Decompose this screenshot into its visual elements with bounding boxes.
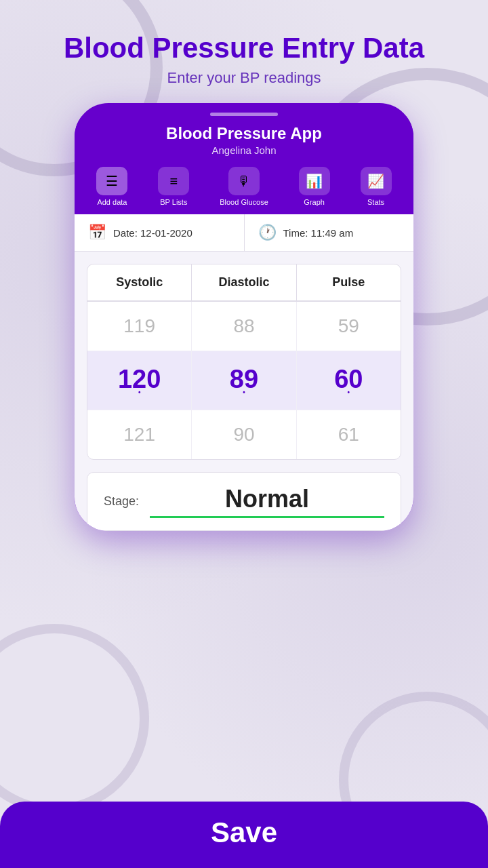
picker-row-prev[interactable]: 119 88 59 — [87, 302, 401, 351]
nav-item-stats[interactable]: 📈 Stats — [361, 167, 392, 206]
diastolic-active: 89 — [192, 351, 296, 410]
nav-item-blood-glucose[interactable]: 🎙 Blood Glucose — [220, 167, 268, 206]
stage-label: Stage: — [104, 494, 139, 509]
bottom-nav: ☰ Add data ≡ BP Lists 🎙 Blood Glucose 📊 … — [75, 160, 413, 214]
col-header-systolic: Systolic — [87, 264, 192, 300]
calendar-icon: 📅 — [88, 224, 106, 241]
nav-item-add-data[interactable]: ☰ Add data — [96, 167, 127, 206]
picker-row-active[interactable]: 120 89 60 — [87, 351, 401, 410]
nav-label-bp-lists: BP Lists — [160, 198, 187, 206]
picker-table[interactable]: Systolic Diastolic Pulse 119 88 59 120 8… — [87, 264, 401, 460]
nav-item-graph[interactable]: 📊 Graph — [299, 167, 330, 206]
add-data-icon: ☰ — [96, 167, 127, 195]
page-subtitle: Enter your BP readings — [167, 69, 321, 87]
datetime-row: 📅 Date: 12-01-2020 🕐 Time: 11:49 am — [75, 214, 413, 252]
clock-icon: 🕐 — [258, 224, 277, 241]
stage-value: Normal — [150, 485, 384, 518]
nav-item-bp-lists[interactable]: ≡ BP Lists — [158, 167, 189, 206]
phone-shell: Blood Pressure App Angelina John ☰ Add d… — [75, 103, 413, 531]
systolic-active: 120 — [87, 351, 192, 410]
nav-label-blood-glucose: Blood Glucose — [220, 198, 268, 206]
pulse-prev: 59 — [297, 302, 401, 351]
app-user: Angelina John — [75, 144, 413, 156]
nav-label-add-data: Add data — [97, 198, 127, 206]
app-title: Blood Pressure App — [75, 124, 413, 143]
pulse-next: 61 — [297, 410, 401, 459]
stage-row: Stage: Normal — [87, 472, 401, 531]
bp-lists-icon: ≡ — [158, 167, 189, 195]
time-label: Time: 11:49 am — [283, 227, 354, 239]
date-label: Date: 12-01-2020 — [113, 227, 192, 239]
diastolic-prev: 88 — [192, 302, 296, 351]
systolic-next: 121 — [87, 410, 192, 459]
pulse-active: 60 — [297, 351, 401, 410]
graph-icon: 📊 — [299, 167, 330, 195]
date-cell: 📅 Date: 12-01-2020 — [75, 214, 245, 251]
diastolic-next: 90 — [192, 410, 296, 459]
app-header: Blood Pressure App Angelina John — [75, 116, 413, 160]
systolic-prev: 119 — [87, 302, 192, 351]
nav-label-stats: Stats — [367, 198, 384, 206]
blood-glucose-icon: 🎙 — [228, 167, 260, 195]
save-button[interactable]: Save — [0, 802, 488, 868]
page-title: Blood Pressure Entry Data — [64, 33, 424, 64]
main-content: 📅 Date: 12-01-2020 🕐 Time: 11:49 am Syst… — [75, 214, 413, 531]
picker-row-next[interactable]: 121 90 61 — [87, 410, 401, 459]
page-content: Blood Pressure Entry Data Enter your BP … — [0, 0, 488, 868]
col-header-pulse: Pulse — [297, 264, 401, 300]
nav-label-graph: Graph — [304, 198, 325, 206]
col-header-diastolic: Diastolic — [192, 264, 296, 300]
picker-header: Systolic Diastolic Pulse — [87, 264, 401, 302]
phone-top-bar — [75, 103, 413, 116]
stats-icon: 📈 — [361, 167, 392, 195]
time-cell: 🕐 Time: 11:49 am — [245, 214, 414, 251]
